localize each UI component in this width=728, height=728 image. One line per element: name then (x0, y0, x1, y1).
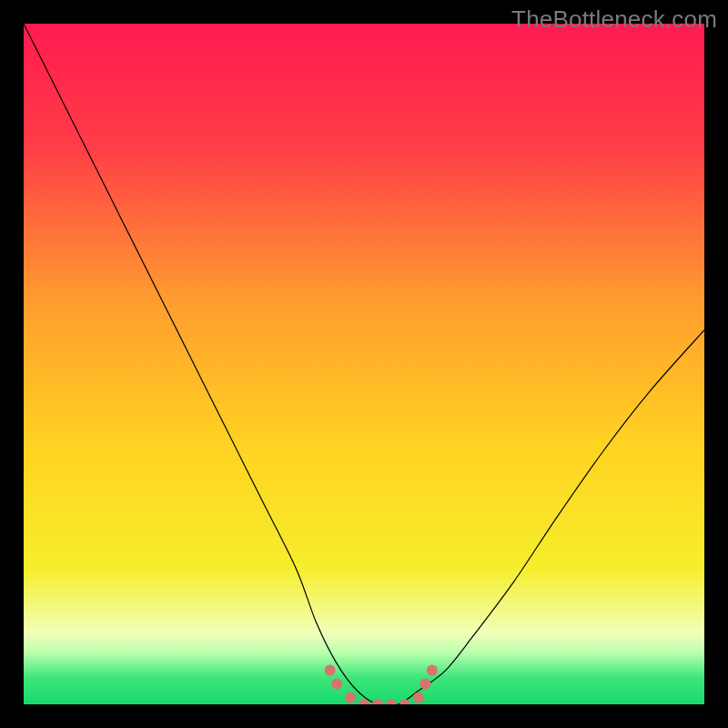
chart-background (24, 24, 704, 704)
marker-dot (427, 665, 438, 676)
marker-dot (331, 679, 342, 690)
chart-stage: TheBottleneck.com (0, 0, 728, 728)
marker-dot (413, 693, 424, 703)
watermark-text: TheBottleneck.com (511, 5, 717, 34)
marker-dot (325, 665, 336, 676)
marker-dot (420, 679, 430, 690)
bottleneck-chart (24, 24, 704, 704)
marker-dot (345, 693, 356, 703)
